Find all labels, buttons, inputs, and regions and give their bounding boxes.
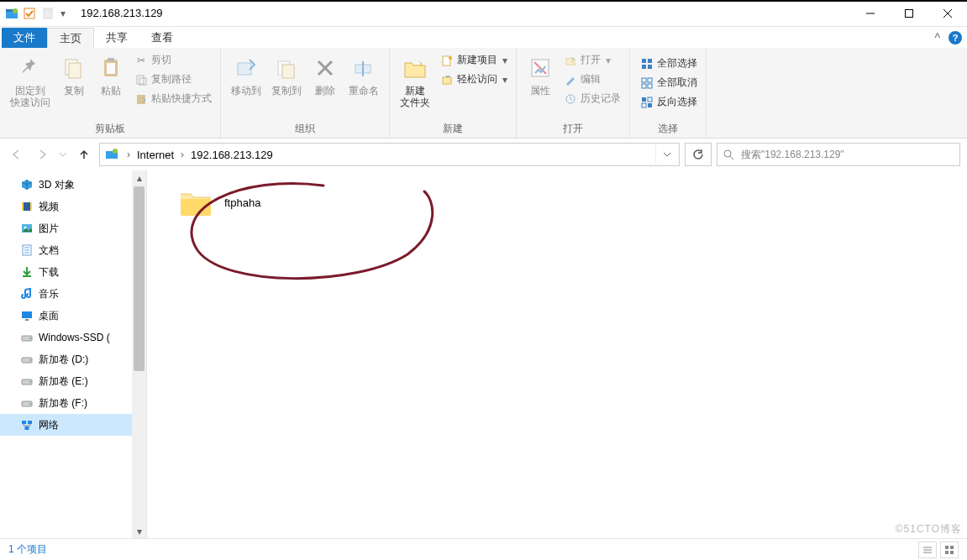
nav-back-button[interactable] [7,144,27,165]
svg-point-23 [449,56,452,60]
nav-item-film-1[interactable]: 视频 [0,196,146,217]
tab-view[interactable]: 查看 [139,28,185,48]
select-none-icon [640,76,654,90]
rename-button[interactable]: 重命名 [344,51,384,100]
close-button[interactable] [928,1,967,26]
view-details-button[interactable] [918,542,937,558]
collapse-ribbon-icon[interactable]: ^ [934,31,940,44]
tab-file[interactable]: 文件 [2,28,47,48]
svg-rect-30 [642,65,646,69]
ribbon-group-clipboard: 固定到 快速访问 复制 粘贴 ✂剪切 复制路径 粘贴快捷方式 剪贴板 [0,48,221,138]
film-icon [20,200,34,213]
open-icon [564,54,577,67]
scroll-up-icon[interactable]: ▴ [132,170,146,185]
nav-up-button[interactable] [74,144,94,165]
svg-point-63 [29,403,31,405]
cube-icon [20,178,34,191]
new-item-icon [440,54,454,67]
svg-rect-71 [950,546,954,549]
nav-item-drive-9[interactable]: 新加卷 (E:) [0,370,146,392]
nav-item-network-11[interactable]: 网络 [0,414,146,436]
chevron-right-icon[interactable]: › [124,149,134,160]
folder-item-ftphaha[interactable]: ftphaha [172,181,274,224]
search-icon [723,149,734,160]
scroll-thumb[interactable] [134,186,145,371]
history-button[interactable]: 历史记录 [560,90,624,107]
nav-item-label: 3D 对象 [39,178,75,192]
select-all-button[interactable]: 全部选择 [637,55,701,72]
svg-rect-16 [137,95,145,104]
nav-item-doc-3[interactable]: 文档 [0,239,146,261]
properties-button[interactable]: 属性 [522,51,559,100]
svg-rect-13 [108,58,114,61]
nav-item-cube-0[interactable]: 3D 对象 [0,174,146,196]
paste-shortcut-button[interactable]: 粘贴快捷方式 [131,90,215,107]
ribbon-group-select: 全部选择 全部取消 反向选择 选择 [630,48,707,138]
copy-to-icon [273,55,300,81]
group-label-open: 打开 [522,119,624,138]
qat-dropdown-icon[interactable]: ▾ [60,8,66,19]
tab-home[interactable]: 主页 [47,28,94,48]
nav-item-desktop-6[interactable]: 桌面 [0,305,146,327]
nav-forward-button[interactable] [32,144,52,165]
invert-selection-button[interactable]: 反向选择 [637,93,701,111]
svg-rect-73 [950,551,954,554]
refresh-button[interactable] [685,143,712,166]
view-icons-button[interactable] [940,542,959,558]
tab-share[interactable]: 共享 [94,28,139,48]
cut-button[interactable]: ✂剪切 [131,51,215,69]
new-item-button[interactable]: 新建项目▾ [437,51,511,69]
edit-button[interactable]: 编辑 [560,71,624,88]
desktop-icon [20,309,34,322]
svg-rect-35 [648,84,652,88]
nav-item-drive-10[interactable]: 新加卷 (F:) [0,392,146,414]
qat-file-icon[interactable] [42,8,54,19]
chevron-right-icon[interactable]: › [177,149,187,160]
svg-rect-14 [137,76,144,84]
pin-quick-access-button[interactable]: 固定到 快速访问 [5,51,55,112]
help-icon[interactable]: ? [949,31,962,44]
paste-button[interactable]: 粘贴 [92,51,129,100]
nav-item-drive-8[interactable]: 新加卷 (D:) [0,348,146,370]
maximize-button[interactable] [890,1,928,26]
nav-item-music-5[interactable]: 音乐 [0,283,146,305]
select-all-icon [640,57,654,71]
svg-rect-32 [642,78,646,82]
address-bar[interactable]: › Internet › 192.168.213.129 [99,143,680,166]
svg-point-41 [113,149,118,154]
picture-icon [20,222,34,235]
content-pane[interactable]: ftphaha [147,170,967,538]
doc-icon [20,243,34,257]
nav-recent-dropdown[interactable] [57,144,69,165]
nav-item-label: 视频 [39,200,59,214]
minimize-button[interactable] [851,1,890,26]
copy-path-button[interactable]: 复制路径 [131,71,215,88]
nav-item-download-4[interactable]: 下载 [0,261,146,283]
nav-scrollbar[interactable]: ▴ ▾ [132,170,146,538]
delete-button[interactable]: 删除 [307,51,344,100]
breadcrumb-internet[interactable]: Internet [134,144,177,165]
scroll-down-icon[interactable]: ▾ [132,524,146,538]
nav-item-picture-2[interactable]: 图片 [0,217,146,239]
paste-shortcut-icon [134,92,148,106]
move-to-button[interactable]: 移动到 [226,51,266,100]
new-folder-button[interactable]: 新建 文件夹 [395,51,435,112]
nav-item-label: 下载 [39,265,59,280]
breadcrumb-host[interactable]: 192.168.213.129 [187,144,276,165]
status-bar: 1 个项目 [0,538,967,560]
select-none-button[interactable]: 全部取消 [637,74,701,92]
open-button[interactable]: 打开▾ [560,51,624,69]
copy-button[interactable]: 复制 [55,51,92,100]
address-dropdown-icon[interactable] [655,144,677,165]
svg-rect-21 [362,61,364,76]
copy-to-button[interactable]: 复制到 [266,51,307,100]
nav-item-label: 音乐 [39,287,59,301]
nav-item-label: 网络 [39,418,59,432]
history-icon [564,92,577,106]
easy-access-button[interactable]: 轻松访问▾ [437,71,511,88]
quick-access-toolbar: ▾ [24,8,66,19]
nav-item-drive-7[interactable]: Windows-SSD ( [0,327,146,348]
qat-checkbox-icon[interactable] [24,8,35,19]
search-box[interactable]: 搜索"192.168.213.129" [717,143,960,166]
network-icon [20,418,34,432]
